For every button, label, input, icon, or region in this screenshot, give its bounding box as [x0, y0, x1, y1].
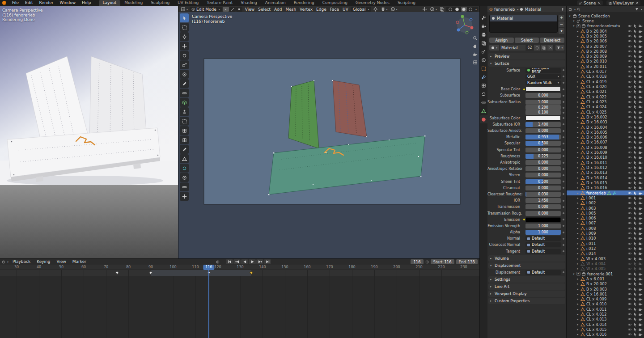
hide-in-viewport-icon[interactable] [627, 196, 632, 200]
disable-in-render-icon[interactable] [638, 95, 643, 99]
tool-extrude-region[interactable] [180, 107, 189, 116]
jump-to-end-button[interactable] [264, 259, 271, 264]
disable-in-render-icon[interactable] [638, 105, 643, 109]
disclosure-arrow[interactable]: ▾ [572, 272, 576, 276]
shading-material-button[interactable] [461, 7, 467, 12]
selectable-icon[interactable] [633, 105, 637, 109]
decorator-dot[interactable] [563, 162, 564, 164]
outliner-row-cl-x-4-018[interactable]: ▸CL x 4.018 [567, 74, 644, 79]
selectable-icon[interactable] [633, 115, 637, 119]
disable-in-render-icon[interactable] [638, 120, 643, 124]
tool-spin[interactable] [180, 164, 189, 173]
selectable-icon[interactable] [633, 34, 637, 38]
tool-tweak[interactable] [180, 13, 189, 22]
disclosure-arrow[interactable]: ▸ [576, 146, 580, 149]
outliner-row-b-x-20-008[interactable]: ▸B x 20.008 [567, 49, 644, 54]
field-clearcoat[interactable]: 0.000 [525, 186, 561, 190]
tool-bevel[interactable] [180, 126, 189, 135]
decorator-dot[interactable] [563, 107, 564, 109]
outliner-row-d-x-16-005[interactable]: ▸D x 16.005 [567, 130, 644, 135]
menu-window[interactable]: Window [57, 0, 79, 6]
new-material-button[interactable] [541, 45, 547, 51]
remove-slot-button[interactable]: − [559, 21, 564, 27]
disable-in-render-icon[interactable] [638, 226, 643, 231]
selectable-icon[interactable] [633, 221, 637, 225]
hide-in-viewport-icon[interactable] [627, 231, 632, 236]
disable-in-render-icon[interactable] [638, 312, 643, 317]
selectable-icon[interactable] [633, 282, 637, 286]
hide-in-viewport-icon[interactable] [627, 89, 632, 94]
unlink-icon[interactable] [597, 1, 601, 5]
disclosure-arrow[interactable]: ▸ [576, 110, 580, 114]
hide-in-viewport-icon[interactable] [627, 241, 632, 246]
tool-select-box[interactable] [180, 23, 189, 32]
material-users-count[interactable]: 62 [526, 45, 533, 51]
disable-in-render-icon[interactable] [638, 327, 643, 332]
hide-in-viewport-icon[interactable] [627, 135, 632, 139]
editor-type-button[interactable]: ▾ [180, 6, 189, 12]
disable-in-render-icon[interactable] [638, 49, 643, 54]
material-name-field[interactable]: Material [500, 45, 525, 51]
viewport-canvas[interactable] [178, 6, 479, 258]
hide-in-viewport-icon[interactable] [627, 307, 632, 312]
disclosure-arrow[interactable]: ▸ [576, 313, 580, 316]
decorator-dot[interactable] [563, 250, 564, 252]
hide-in-viewport-icon[interactable] [627, 29, 632, 34]
disclosure-arrow[interactable]: ▸ [576, 65, 580, 68]
workspace-tab-layout[interactable]: Layout [99, 0, 121, 6]
disclosure-arrow[interactable]: ▸ [576, 181, 580, 185]
hide-in-viewport-icon[interactable] [627, 236, 632, 241]
hide-in-viewport-icon[interactable] [627, 257, 632, 261]
panel-header-surface[interactable]: ▾Surface [488, 60, 565, 67]
field-subsurface-color[interactable] [525, 116, 561, 121]
decorator-dot[interactable] [563, 101, 564, 103]
disclosure-arrow[interactable]: ▸ [576, 34, 580, 38]
outliner-row-i-003[interactable]: ▸i.003 [567, 206, 644, 211]
outliner-row-cl-x-4-019[interactable]: ▸CL x 4.019 [567, 79, 644, 84]
outliner-row-i-002[interactable]: ▸i.002 [567, 201, 644, 206]
selectable-icon[interactable] [633, 186, 637, 190]
disclosure-arrow[interactable]: ▸ [576, 105, 580, 109]
disable-in-render-icon[interactable] [638, 221, 643, 225]
decorator-dot[interactable] [563, 130, 564, 132]
face-select-button[interactable] [236, 7, 242, 12]
disclosure-arrow[interactable]: ▸ [576, 237, 580, 240]
disclosure-arrow[interactable]: ▸ [576, 135, 580, 139]
menu-render[interactable]: Render [36, 0, 57, 6]
disclosure-arrow[interactable]: ▸ [576, 186, 580, 190]
disable-in-render-icon[interactable] [638, 206, 643, 211]
selectable-icon[interactable] [633, 246, 637, 251]
decorator-dot[interactable] [563, 187, 564, 189]
timeline-menu-view[interactable]: View [53, 259, 69, 265]
play-button[interactable] [249, 259, 256, 264]
decorator-dot[interactable] [563, 89, 564, 90]
decorator-dot[interactable] [563, 181, 564, 182]
workspace-tab-geometry-nodes[interactable]: Geometry Nodes [352, 0, 394, 6]
tool-loop-cut[interactable] [180, 135, 189, 144]
viewport-menu-select[interactable]: Select [256, 7, 272, 12]
shading-rendered-button[interactable] [468, 7, 474, 12]
timeline-menu-keying[interactable]: Keying [34, 259, 53, 265]
field-ggx[interactable]: GGX▾ [525, 74, 561, 79]
tool-rotate[interactable] [180, 51, 189, 60]
selectable-icon[interactable] [633, 176, 637, 180]
outliner-row-b-x-20-006[interactable]: ▸B x 20.006 [567, 39, 644, 44]
field-subsurface-radius[interactable]: 1.000 [525, 100, 561, 105]
render-preview-editor[interactable]: Camera Perspective (116) fenorerieb Rend… [0, 6, 178, 258]
selectable-icon[interactable] [633, 155, 637, 160]
disclosure-arrow[interactable]: ▸ [576, 252, 580, 255]
decorator-dot[interactable] [563, 200, 564, 202]
panel-header-volume[interactable]: ▸Volume [488, 255, 565, 262]
selectable-icon[interactable] [633, 211, 637, 215]
disclosure-arrow[interactable]: ▸ [576, 297, 580, 301]
unlink-icon[interactable] [635, 1, 639, 5]
decorator-dot[interactable] [563, 206, 564, 208]
tool-transform[interactable] [180, 70, 189, 79]
selectable-icon[interactable] [633, 170, 637, 175]
hide-in-viewport-icon[interactable] [627, 206, 632, 211]
shading-solid-button[interactable] [454, 7, 460, 12]
hide-in-viewport-icon[interactable] [627, 322, 632, 327]
panel-header-line-art[interactable]: ▸Line Art [488, 283, 565, 290]
hide-in-viewport-icon[interactable] [627, 181, 632, 185]
disable-in-render-icon[interactable] [638, 216, 643, 220]
